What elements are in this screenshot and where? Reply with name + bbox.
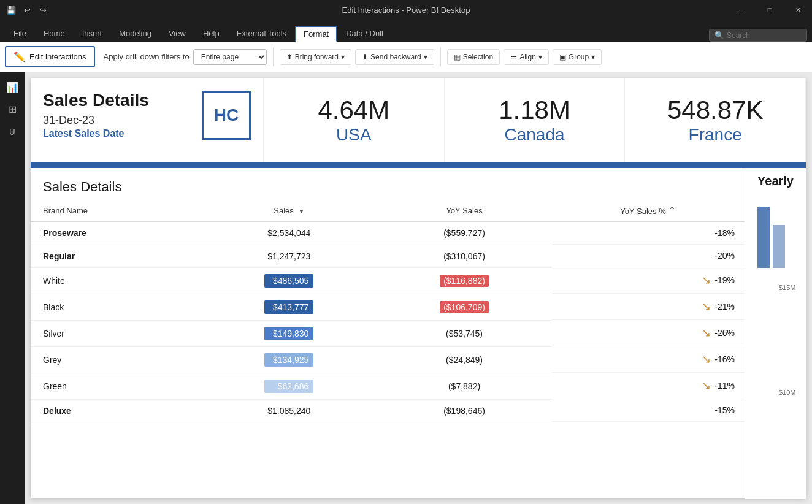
pct-value: -19%	[714, 275, 735, 285]
menu-insert[interactable]: Insert	[74, 25, 111, 42]
menu-view[interactable]: View	[160, 25, 194, 42]
col-brand-name[interactable]: Brand Name	[31, 200, 201, 222]
pct-value: -18%	[714, 228, 735, 238]
pct-value: -20%	[714, 251, 735, 261]
undo-icon[interactable]: ↩	[21, 4, 33, 16]
menu-file[interactable]: File	[5, 25, 35, 42]
cell-brand: White	[31, 267, 201, 294]
menu-data-drill[interactable]: Data / Drill	[337, 25, 392, 42]
minimize-button[interactable]: ─	[727, 0, 756, 20]
sales-date: 31-Dec-23	[43, 114, 149, 127]
france-label: France	[689, 125, 742, 145]
pct-value: -26%	[714, 328, 735, 338]
group-button[interactable]: ▣ Group ▾	[553, 49, 602, 65]
table-row[interactable]: Regular$1,247,723($310,067)-20%	[31, 245, 745, 267]
sidebar-item-report[interactable]: 📊	[2, 77, 22, 97]
chart-label-10m: $10M	[779, 389, 796, 396]
align-button[interactable]: ⚌ Align ▾	[504, 49, 549, 65]
cell-yoy: ($7,882)	[377, 373, 551, 399]
cell-yoy-pct: ↘-21%	[552, 294, 745, 320]
align-icon: ⚌	[510, 53, 517, 61]
usa-label: USA	[336, 125, 372, 145]
down-arrow-icon: ↘	[702, 353, 711, 366]
menu-modeling[interactable]: Modeling	[110, 25, 160, 42]
cell-yoy-pct: ↘-16%	[552, 346, 745, 373]
svg-rect-1	[773, 225, 785, 268]
search-icon: 🔍	[714, 31, 724, 40]
metric-card-france: 548.87K France	[625, 78, 806, 162]
table-title: Sales Details	[31, 174, 745, 200]
scroll-up-icon[interactable]: ⌃	[668, 205, 676, 216]
menu-help[interactable]: Help	[194, 25, 228, 42]
table-row[interactable]: White$486,505($116,882)↘-19%	[31, 267, 745, 294]
down-arrow-icon: ↘	[702, 326, 711, 340]
header-cards: Sales Details 31-Dec-23 Latest Sales Dat…	[31, 78, 806, 164]
table-row[interactable]: Silver$149,830($53,745)↘-26%	[31, 320, 745, 346]
window-title: Edit Interactions - Power BI Desktop	[342, 6, 470, 15]
ribbon: ✏️ Edit interactions Apply drill down fi…	[0, 42, 812, 72]
col-yoy-pct[interactable]: YoY Sales % ⌃	[552, 200, 745, 222]
search-input[interactable]	[727, 31, 794, 40]
table-row[interactable]: Green$62,686($7,882)↘-11%	[31, 373, 745, 399]
pct-value: -11%	[714, 381, 735, 391]
canada-label: Canada	[504, 125, 564, 145]
france-value: 548.87K	[667, 96, 763, 125]
cell-yoy: ($53,745)	[377, 320, 551, 346]
menu-home[interactable]: Home	[35, 25, 74, 42]
group-icon: ▣	[559, 53, 566, 61]
cell-yoy: ($24,849)	[377, 346, 551, 373]
drill-label: Apply drill down filters to	[104, 52, 190, 61]
align-chevron: ▾	[538, 53, 542, 61]
edit-interactions-label: Edit interactions	[29, 52, 86, 61]
yearly-label: Yearly	[757, 174, 794, 188]
close-button[interactable]: ✕	[784, 0, 812, 20]
pct-value: -16%	[714, 354, 735, 364]
down-arrow-icon: ↘	[702, 273, 711, 287]
table-body: Proseware$2,534,044($559,727)-18%Regular…	[31, 222, 745, 422]
menu-format[interactable]: Format	[295, 26, 337, 42]
edit-interactions-button[interactable]: ✏️ Edit interactions	[5, 46, 95, 67]
sales-details-card: Sales Details 31-Dec-23 Latest Sales Dat…	[31, 78, 264, 162]
sidebar-item-model[interactable]: ⊎	[2, 121, 22, 141]
send-backward-button[interactable]: ⬇ Send backward ▾	[355, 49, 434, 65]
drill-dropdown[interactable]: Entire page	[193, 49, 267, 65]
cell-brand: Silver	[31, 320, 201, 346]
cell-yoy-pct: -20%	[552, 245, 745, 267]
metric-card-usa: 4.64M USA	[264, 78, 445, 162]
main-canvas: Sales Details 31-Dec-23 Latest Sales Dat…	[25, 72, 812, 504]
redo-icon[interactable]: ↪	[37, 4, 49, 16]
cell-sales: $62,686	[201, 373, 377, 399]
menu-external-tools[interactable]: External Tools	[228, 25, 295, 42]
down-arrow-icon: ↘	[702, 379, 711, 392]
yearly-panel: Yearly $15M $10M	[745, 168, 806, 499]
separator-2	[440, 48, 441, 66]
selection-button[interactable]: ▦ Selection	[447, 49, 500, 65]
pct-value: -21%	[714, 302, 735, 311]
latest-sales-label: Latest Sales Date	[43, 128, 149, 139]
table-row[interactable]: Grey$134,925($24,849)↘-16%	[31, 346, 745, 373]
sales-details-title: Sales Details	[43, 91, 149, 110]
bring-forward-icon: ⬆	[286, 53, 293, 61]
report-page: Sales Details 31-Dec-23 Latest Sales Dat…	[31, 78, 806, 498]
table-row[interactable]: Proseware$2,534,044($559,727)-18%	[31, 222, 745, 245]
col-sales[interactable]: Sales ▼	[201, 200, 377, 222]
selection-icon: ▦	[454, 53, 461, 61]
metric-card-canada: 1.18M Canada	[445, 78, 626, 162]
sidebar-item-table[interactable]: ⊞	[2, 99, 22, 119]
cell-yoy: ($198,646)	[377, 399, 551, 422]
cell-yoy-pct: ↘-11%	[552, 373, 745, 399]
cell-yoy-pct: -18%	[552, 222, 745, 245]
col-yoy-sales[interactable]: YoY Sales	[377, 200, 551, 222]
table-row[interactable]: Deluxe$1,085,240($198,646)-15%	[31, 399, 745, 422]
cell-sales: $1,247,723	[201, 245, 377, 267]
cell-yoy-pct: ↘-26%	[552, 320, 745, 346]
canada-value: 1.18M	[499, 96, 570, 125]
cell-sales: $413,777	[201, 294, 377, 320]
maximize-button[interactable]: □	[756, 0, 784, 20]
table-row[interactable]: Black$413,777($106,709)↘-21%	[31, 294, 745, 320]
table-main: Sales Details Brand Name Sales ▼ YoY Sal…	[31, 168, 745, 499]
send-backward-icon: ⬇	[362, 53, 368, 61]
save-icon[interactable]: 💾	[5, 4, 17, 16]
bring-forward-button[interactable]: ⬆ Bring forward ▾	[280, 49, 351, 65]
yearly-chart	[754, 200, 791, 323]
